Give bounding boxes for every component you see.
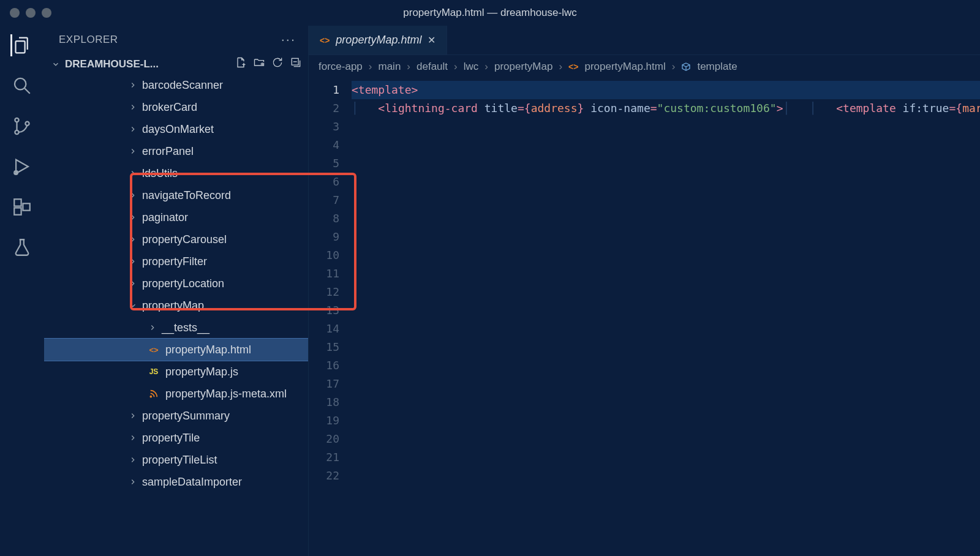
traffic-minimize[interactable] <box>26 8 36 18</box>
line-gutter: 12345678910111213141516171819202122 <box>309 78 348 556</box>
folder-item[interactable]: daysOnMarket <box>44 118 308 140</box>
tree-item-label: errorPanel <box>142 145 194 158</box>
breadcrumb-part[interactable]: lwc <box>464 61 479 73</box>
tree-item-label: propertyMap.js-meta.xml <box>165 388 287 400</box>
svg-point-1 <box>15 118 18 122</box>
traffic-zoom[interactable] <box>42 8 51 18</box>
folder-item[interactable]: propertyTileList <box>44 449 308 471</box>
breadcrumb-part[interactable]: main <box>379 61 401 73</box>
explorer-sidebar: EXPLORER ··· DREAMHOUSE-L... barcodeSc <box>44 26 309 556</box>
folder-item[interactable]: propertySummary <box>44 405 308 427</box>
tree-item-label: __tests__ <box>162 321 209 334</box>
folder-item[interactable]: brokerCard <box>44 96 308 118</box>
breadcrumb-part[interactable]: force-app <box>318 61 363 73</box>
explorer-icon[interactable] <box>10 34 32 56</box>
xml-file-icon <box>147 389 160 399</box>
tree-item-label: daysOnMarket <box>142 123 214 136</box>
chevron-right-icon <box>127 213 138 222</box>
folder-item[interactable]: propertyLocation <box>44 272 308 295</box>
breadcrumb-part[interactable]: template <box>697 61 737 73</box>
chevron-down-icon <box>127 301 138 310</box>
html-file-icon: <> <box>568 62 578 72</box>
folder-item[interactable]: navigateToRecord <box>44 184 308 206</box>
chevron-right-icon <box>127 279 138 288</box>
tree-item-label: propertyTileList <box>142 454 217 467</box>
file-item[interactable]: <>propertyMap.html <box>44 339 308 361</box>
breadcrumb[interactable]: force-app› main› default› lwc› propertyM… <box>309 55 980 78</box>
folder-item[interactable]: errorPanel <box>44 140 308 162</box>
chevron-right-icon <box>147 323 158 332</box>
search-icon[interactable] <box>11 75 33 97</box>
chevron-down-icon <box>51 60 60 69</box>
window-controls <box>10 8 51 18</box>
chevron-right-icon <box>127 191 138 200</box>
folder-item[interactable]: propertyMap <box>44 295 308 317</box>
file-item[interactable]: JSpropertyMap.js <box>44 361 308 383</box>
folder-item[interactable]: propertyTile <box>44 427 308 449</box>
window-title: propertyMap.html — dreamhouse-lwc <box>403 7 576 19</box>
svg-point-3 <box>25 122 29 126</box>
tree-item-label: propertyCarousel <box>142 233 227 246</box>
close-icon[interactable]: ✕ <box>428 34 435 46</box>
svg-point-9 <box>150 396 151 397</box>
tree-item-label: propertyTile <box>142 432 200 445</box>
chevron-right-icon <box>127 147 138 156</box>
symbol-icon <box>681 62 691 72</box>
chevron-right-icon <box>127 257 138 266</box>
new-folder-icon[interactable] <box>253 56 265 72</box>
activity-bar <box>0 26 44 556</box>
code-editor[interactable]: 12345678910111213141516171819202122 <tem… <box>309 78 980 556</box>
folder-item[interactable]: paginator <box>44 206 308 228</box>
tab-label: propertyMap.html <box>336 34 421 47</box>
html-file-icon: <> <box>320 36 330 45</box>
collapse-all-icon[interactable] <box>290 56 302 72</box>
js-file-icon: JS <box>147 367 160 376</box>
file-tree[interactable]: barcodeScannerbrokerCarddaysOnMarketerro… <box>44 74 308 556</box>
folder-item[interactable]: barcodeScanner <box>44 74 308 96</box>
chevron-right-icon <box>127 169 138 178</box>
testing-icon[interactable] <box>11 236 33 258</box>
breadcrumb-part[interactable]: propertyMap <box>494 61 552 73</box>
refresh-icon[interactable] <box>271 56 284 72</box>
tab-propertymap-html[interactable]: <> propertyMap.html ✕ <box>309 26 447 54</box>
chevron-right-icon <box>127 411 138 420</box>
folder-item[interactable]: ldsUtils <box>44 162 308 184</box>
breadcrumb-part[interactable]: propertyMap.html <box>584 61 665 73</box>
html-file-icon: <> <box>147 345 160 355</box>
folder-item[interactable]: propertyCarousel <box>44 228 308 250</box>
tree-item-label: barcodeScanner <box>142 79 223 92</box>
svg-rect-6 <box>14 208 21 214</box>
svg-rect-7 <box>23 203 29 210</box>
svg-point-2 <box>15 130 18 134</box>
chevron-right-icon <box>127 235 138 244</box>
project-name: DREAMHOUSE-L... <box>65 58 159 70</box>
code-content[interactable]: <template>│ <lightning-card title={addre… <box>348 78 980 556</box>
tree-item-label: paginator <box>142 211 188 224</box>
svg-point-0 <box>15 78 26 89</box>
extensions-icon[interactable] <box>11 196 33 218</box>
chevron-right-icon <box>127 125 138 133</box>
source-control-icon[interactable] <box>11 115 33 137</box>
explorer-more-icon[interactable]: ··· <box>281 32 296 48</box>
explorer-header: EXPLORER ··· <box>44 26 308 54</box>
file-item[interactable]: propertyMap.js-meta.xml <box>44 383 308 405</box>
tree-item-label: sampleDataImporter <box>142 476 242 489</box>
folder-item[interactable]: sampleDataImporter <box>44 471 308 493</box>
traffic-close[interactable] <box>10 8 20 18</box>
tree-item-label: propertyMap.html <box>165 344 251 356</box>
chevron-right-icon <box>127 456 138 464</box>
project-row[interactable]: DREAMHOUSE-L... <box>44 54 308 74</box>
tree-item-label: propertyFilter <box>142 255 207 268</box>
chevron-right-icon <box>127 81 138 89</box>
explorer-title: EXPLORER <box>59 34 118 46</box>
tree-item-label: navigateToRecord <box>142 189 231 202</box>
svg-rect-5 <box>14 199 21 206</box>
new-file-icon[interactable] <box>235 56 247 72</box>
folder-item[interactable]: propertyFilter <box>44 250 308 272</box>
run-debug-icon[interactable] <box>11 156 33 178</box>
chevron-right-icon <box>127 434 138 442</box>
chevron-right-icon <box>127 478 138 486</box>
folder-item[interactable]: __tests__ <box>44 317 308 339</box>
breadcrumb-part[interactable]: default <box>417 61 448 73</box>
chevron-right-icon <box>127 103 138 111</box>
